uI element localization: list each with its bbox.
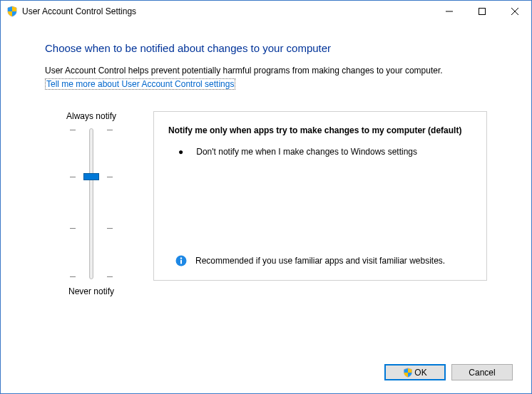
svg-rect-6 <box>180 260 182 264</box>
cancel-button[interactable]: Cancel <box>451 364 513 380</box>
close-button[interactable] <box>498 1 531 22</box>
info-row: Recommended if you use familiar apps and… <box>168 255 472 267</box>
slider-label-never: Never notify <box>68 286 114 296</box>
maximize-button[interactable] <box>466 1 498 22</box>
footer-buttons: OK Cancel <box>384 364 513 380</box>
ok-button[interactable]: OK <box>384 364 446 380</box>
minimize-icon <box>446 8 453 15</box>
slider-column: Always notify Never notify <box>45 111 138 296</box>
main-body: Always notify Never notify Notify me onl… <box>45 111 487 296</box>
close-icon <box>511 8 518 15</box>
cancel-label: Cancel <box>469 368 495 378</box>
page-heading: Choose when to be notified about changes… <box>45 42 487 54</box>
titlebar-left: User Account Control Settings <box>6 6 136 17</box>
uac-shield-icon <box>403 368 413 378</box>
window-controls <box>433 1 531 22</box>
maximize-icon <box>479 8 486 15</box>
minimize-button[interactable] <box>433 1 466 22</box>
info-text: Recommended if you use familiar apps and… <box>195 255 472 267</box>
slider-tick <box>70 228 113 229</box>
svg-point-5 <box>180 257 182 259</box>
page-description: User Account Control helps prevent poten… <box>45 66 487 77</box>
notification-slider[interactable] <box>70 128 113 279</box>
description-panel: Notify me only when apps try to make cha… <box>153 111 487 281</box>
bullet-text: Don't notify me when I make changes to W… <box>196 146 472 158</box>
bullet-dot: ● <box>178 146 183 158</box>
titlebar: User Account Control Settings <box>1 1 531 22</box>
info-icon <box>175 255 187 266</box>
bullet-row: ● Don't notify me when I make changes to… <box>168 146 472 158</box>
slider-track <box>89 128 93 279</box>
svg-rect-1 <box>479 9 486 15</box>
slider-label-always: Always notify <box>66 111 116 121</box>
ok-label: OK <box>414 368 426 378</box>
slider-tick <box>70 130 113 131</box>
content-area: Choose when to be notified about changes… <box>1 22 531 296</box>
slider-thumb[interactable] <box>83 173 99 180</box>
learn-more-link[interactable]: Tell me more about User Account Control … <box>45 78 235 90</box>
slider-tick <box>70 276 113 278</box>
window-title: User Account Control Settings <box>22 6 136 16</box>
uac-shield-icon <box>6 6 18 17</box>
panel-title: Notify me only when apps try to make cha… <box>168 125 472 137</box>
